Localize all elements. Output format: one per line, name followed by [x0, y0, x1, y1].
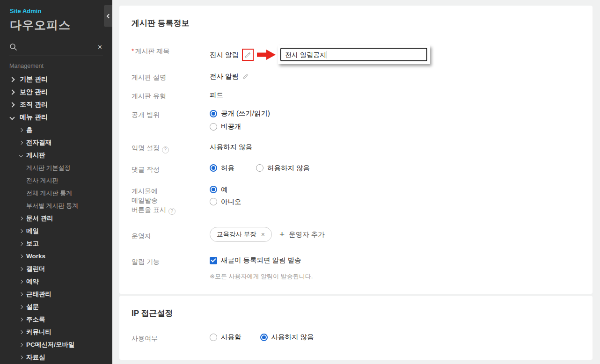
board-desc-value: 전사 알림 [210, 72, 239, 81]
scope-row: 공개 범위 공개 (쓰기/읽기) 비공개 [132, 109, 578, 131]
chevron-left-icon [107, 14, 111, 18]
sidebar-item[interactable]: 근태관리 [0, 288, 112, 300]
chevron-right-icon [19, 342, 23, 346]
sidebar-item[interactable]: 전사 게시판 [0, 174, 112, 187]
comment-label: 댓글 작성 [132, 164, 210, 174]
radio-off-icon[interactable] [210, 123, 217, 131]
sidebar-item-label: 부서별 게시판 통계 [26, 202, 78, 210]
board-section-title: 게시판 등록정보 [132, 18, 578, 29]
sidebar-item-label: 메뉴 관리 [20, 113, 48, 122]
sidebar-item-label: 조직 관리 [20, 101, 48, 109]
scope-option-private[interactable]: 비공개 [210, 122, 270, 131]
sidebar-item[interactable]: 예약 [0, 275, 112, 288]
sidebar-item-label: 자료실 [26, 353, 45, 362]
sidebar-item[interactable]: 게시판 기본설정 [0, 161, 112, 174]
chevron-right-icon [19, 140, 23, 144]
chevron-right-icon [19, 216, 23, 220]
mail-button-row: 게시물에 메일발송 버튼을 표시? 예 아니오 [132, 185, 578, 215]
comment-option-deny[interactable]: 허용하지 않음 [256, 164, 310, 173]
sidebar-item[interactable]: 설문 [0, 300, 112, 313]
chevron-right-icon [19, 279, 23, 283]
sidebar-item[interactable]: Works [0, 250, 112, 262]
ip-use-option-disable[interactable]: 사용하지 않음 [260, 333, 314, 342]
sidebar-item[interactable]: 문서 관리 [0, 212, 112, 225]
sidebar-item[interactable]: 기본 관리 [0, 73, 112, 86]
text-caret [327, 51, 328, 58]
sidebar-item-label: 메일 [26, 227, 39, 235]
sidebar-item[interactable]: 보고 [0, 237, 112, 250]
help-icon[interactable]: ? [168, 208, 176, 215]
main-content: 게시판 등록정보 *게시판 제목 전사 알림 전사 알림공지 [112, 0, 600, 364]
comment-option-allow[interactable]: 허용 [210, 164, 234, 173]
notify-checkbox-option[interactable]: 새글이 등록되면 알림 발송 [210, 256, 313, 265]
sidebar-item[interactable]: 전자결재 [0, 136, 112, 149]
radio-on-icon[interactable] [210, 186, 217, 193]
board-title-row: *게시판 제목 전사 알림 전사 알림공지 [132, 45, 578, 64]
sidebar-item-label: 게시판 [26, 151, 45, 160]
sidebar-item-label: 홈 [26, 126, 33, 134]
manager-row: 운영자 교육강사 부장 × + 운영자 추가 [132, 227, 578, 242]
sidebar-item[interactable]: 게시판 [0, 149, 112, 161]
chevron-down-icon [9, 115, 15, 120]
sidebar-item[interactable]: 주소록 [0, 313, 112, 326]
ip-use-option-enable[interactable]: 사용함 [210, 333, 241, 342]
sidebar-item[interactable]: 보안 관리 [0, 86, 112, 98]
manager-tag: 교육강사 부장 × [210, 227, 272, 242]
sidebar-item[interactable]: 커뮤니티 [0, 326, 112, 338]
sidebar-search[interactable]: × [9, 43, 103, 56]
notify-row: 알림 기능 새글이 등록되면 알림 발송 ※모든 사용자에게 알림이 발송됩니다… [132, 256, 578, 281]
sidebar-item[interactable]: 메일 [0, 225, 112, 237]
sidebar-item[interactable]: 부서별 게시판 통계 [0, 199, 112, 212]
add-manager-button[interactable]: + 운영자 추가 [279, 229, 325, 240]
chevron-right-icon [19, 292, 23, 296]
edit-desc-button[interactable] [242, 73, 249, 80]
sidebar-item[interactable]: 홈 [0, 124, 112, 136]
clear-search-icon[interactable]: × [97, 44, 103, 51]
pencil-icon [242, 73, 249, 80]
sidebar-item[interactable]: 자료실 [0, 351, 112, 364]
sidebar-item[interactable]: PC메신저/모바일 [0, 338, 112, 351]
search-input[interactable] [21, 44, 93, 51]
sidebar-item-label: 전체 게시판 통계 [26, 189, 72, 197]
sidebar-item[interactable]: 조직 관리 [0, 98, 112, 111]
pencil-icon [244, 51, 251, 58]
chevron-right-icon [19, 355, 23, 359]
chevron-right-icon [19, 267, 23, 270]
management-section-label: Management [9, 63, 112, 69]
ip-use-row: 사용여부 사용함 사용하지 않음 [132, 333, 578, 343]
sidebar-item[interactable]: 캘린더 [0, 262, 112, 275]
remove-tag-icon[interactable]: × [261, 231, 265, 238]
notify-label: 알림 기능 [132, 256, 210, 266]
radio-on-icon[interactable] [210, 110, 217, 117]
radio-off-icon[interactable] [210, 334, 217, 341]
chevron-right-icon [9, 77, 15, 82]
chevron-right-icon [19, 305, 23, 308]
scope-option-public[interactable]: 공개 (쓰기/읽기) [210, 109, 270, 118]
anonymous-label: 익명 설정? [132, 142, 210, 153]
board-type-label: 게시판 유형 [132, 90, 210, 101]
chevron-right-icon [19, 229, 23, 233]
radio-off-icon[interactable] [256, 164, 263, 172]
board-title-input[interactable]: 전사 알림공지 [280, 48, 427, 61]
annotation-arrow-icon [257, 50, 276, 60]
mail-button-option-no[interactable]: 아니오 [210, 197, 241, 206]
chevron-right-icon [19, 241, 23, 245]
mail-button-option-yes[interactable]: 예 [210, 185, 241, 194]
board-desc-row: 게시판 설명 전사 알림 [132, 72, 578, 82]
mail-button-label: 게시물에 메일발송 버튼을 표시? [132, 185, 210, 215]
radio-on-icon[interactable] [210, 164, 217, 172]
sidebar-collapse-button[interactable] [104, 5, 112, 27]
edit-title-button[interactable] [242, 49, 254, 61]
sidebar-item[interactable]: 메뉴 관리 [0, 111, 112, 124]
sidebar-item-label: 기본 관리 [20, 75, 48, 84]
anonymous-value: 사용하지 않음 [210, 142, 252, 152]
sidebar-item-label: 문서 관리 [26, 214, 53, 223]
help-icon[interactable]: ? [162, 146, 169, 153]
radio-on-icon[interactable] [260, 334, 268, 341]
chevron-right-icon [19, 317, 23, 321]
checkbox-checked-icon[interactable] [210, 257, 217, 264]
sidebar-item-label: 전자결재 [26, 138, 51, 147]
board-desc-label: 게시판 설명 [132, 72, 210, 82]
sidebar-item[interactable]: 전체 게시판 통계 [0, 187, 112, 199]
radio-off-icon[interactable] [210, 198, 217, 205]
